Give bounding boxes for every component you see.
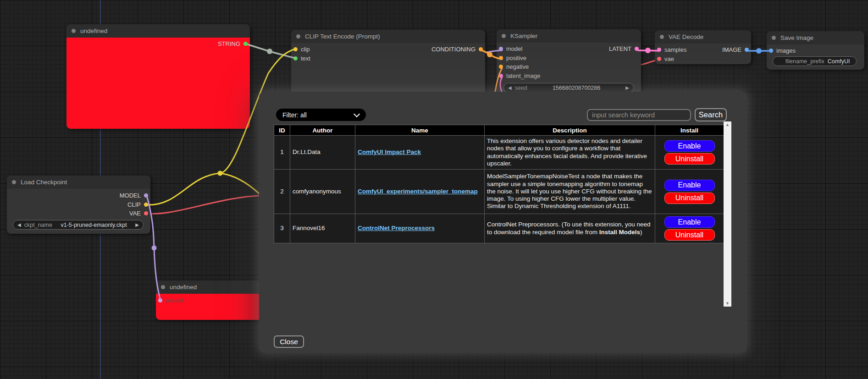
ckpt-name-widget[interactable]: ◀ ckpt_name v1-5-pruned-emaonly.ckpt ▶ <box>13 220 144 230</box>
table-scrollbar[interactable]: ▲ ▼ <box>724 121 731 307</box>
seed-decrement-arrow[interactable]: ◀ <box>508 86 512 90</box>
node-collapse-dot[interactable] <box>12 180 16 184</box>
extension-link[interactable]: ComfyUI Impact Pack <box>358 148 421 155</box>
reroute-dot-latent[interactable] <box>645 48 651 53</box>
output-label-vae: VAE <box>129 210 141 217</box>
node-collapse-dot[interactable] <box>72 29 76 33</box>
input-slot-images[interactable] <box>769 49 773 53</box>
node-save-image[interactable]: Save Image images filename_prefix ComfyU… <box>767 31 864 70</box>
node-ksampler[interactable]: KSampler model positive negative latent_… <box>497 29 641 94</box>
uninstall-button[interactable]: Uninstall <box>664 229 715 241</box>
header-install: Install <box>655 125 724 136</box>
node-collapse-dot[interactable] <box>161 285 165 289</box>
extension-table: ID Author Name Description Install 1 Dr.… <box>274 125 724 243</box>
cell-author: Dr.Lt.Data <box>290 136 355 170</box>
input-label-text: text <box>301 55 310 62</box>
output-slot-vae[interactable] <box>144 211 148 215</box>
input-slot-positive[interactable] <box>499 56 503 60</box>
input-label-images: images <box>776 47 796 54</box>
reroute-dot-image[interactable] <box>756 48 762 54</box>
enable-button[interactable]: Enable <box>664 140 715 152</box>
cell-author: comfyanonymous <box>290 170 355 214</box>
cell-install: Enable Uninstall <box>655 136 724 170</box>
cell-id: 1 <box>274 136 290 170</box>
filename-prefix-widget[interactable]: filename_prefix ComfyUI <box>773 56 857 66</box>
seed-widget[interactable]: ◀ seed 156680208700286 ▶ <box>503 83 634 93</box>
chevron-down-icon <box>354 110 360 117</box>
ckpt-name-value: v1-5-pruned-emaonly.ckpt <box>55 222 132 228</box>
node-title: CLIP Text Encode (Prompt) <box>305 33 380 40</box>
seed-widget-value: 156680208700286 <box>531 85 622 91</box>
search-button[interactable]: Search <box>695 108 727 121</box>
uninstall-button[interactable]: Uninstall <box>664 153 715 165</box>
input-slot-text[interactable] <box>293 56 298 60</box>
search-input[interactable] <box>587 109 691 121</box>
cell-id: 3 <box>274 214 290 243</box>
node-title: KSampler <box>510 33 537 39</box>
seed-increment-arrow[interactable]: ▶ <box>625 86 629 90</box>
cell-description: ModelSamplerTonemapNoiseTest a node that… <box>485 170 655 214</box>
node-collapse-dot[interactable] <box>772 36 776 40</box>
node-undefined-top[interactable]: undefined STRING <box>66 24 250 129</box>
ckpt-prev-arrow[interactable]: ◀ <box>17 223 21 227</box>
output-label-model: MODEL <box>120 192 141 199</box>
node-collapse-dot[interactable] <box>296 34 300 38</box>
node-collapse-dot[interactable] <box>660 35 664 39</box>
output-slot-clip[interactable] <box>144 203 148 207</box>
node-vae-decode[interactable]: VAE Decode samples vae IMAGE <box>655 30 751 64</box>
reroute-dot-clip[interactable] <box>218 171 223 176</box>
ckpt-name-label: ckpt_name <box>24 222 52 228</box>
cell-description: This extension offers various detector n… <box>485 136 655 170</box>
header-author: Author <box>290 125 355 136</box>
cell-description: ControlNet Preprocessors. (To use this e… <box>485 214 655 243</box>
input-label-vae: vae <box>664 55 674 62</box>
cell-author: Fannovel16 <box>290 214 355 243</box>
table-row: 2 comfyanonymous ComfyUI_experiments/sam… <box>274 170 724 214</box>
uninstall-button[interactable]: Uninstall <box>664 192 715 204</box>
input-label-latent-image: latent_image <box>506 72 540 79</box>
output-label-image: IMAGE <box>722 46 741 53</box>
extension-link[interactable]: ControlNet Preprocessors <box>358 225 435 231</box>
cell-id: 2 <box>274 170 290 214</box>
scroll-up-icon[interactable]: ▲ <box>725 121 730 128</box>
reroute-dot-string[interactable] <box>267 49 272 54</box>
extension-manager-dialog: Filter: all Search ID Author Name Descri… <box>259 92 746 353</box>
header-description: Description <box>485 125 655 136</box>
input-slot-latent-image[interactable] <box>499 74 503 78</box>
cell-install: Enable Uninstall <box>655 214 724 243</box>
enable-button[interactable]: Enable <box>664 216 715 228</box>
table-header-row: ID Author Name Description Install <box>274 125 724 136</box>
scroll-down-icon[interactable]: ▼ <box>725 300 730 307</box>
input-slot-model[interactable] <box>158 298 162 302</box>
output-slot-conditioning[interactable] <box>479 47 483 51</box>
node-load-checkpoint[interactable]: Load Checkpoint MODEL CLIP VAE ◀ ckpt_na… <box>7 176 150 234</box>
seed-widget-label: seed <box>515 85 527 91</box>
reroute-dot-model[interactable] <box>152 246 157 251</box>
reroute-dot-conditioning[interactable] <box>487 52 492 57</box>
input-slot-vae[interactable] <box>657 57 661 61</box>
output-label-latent: LATENT <box>609 45 631 52</box>
output-slot-image[interactable] <box>745 48 749 52</box>
filename-prefix-value: ComfyUI <box>828 58 853 65</box>
input-label-negative: negative <box>506 63 529 70</box>
node-title: undefined <box>80 27 107 34</box>
node-collapse-dot[interactable] <box>502 34 506 38</box>
header-id: ID <box>274 125 290 136</box>
enable-button[interactable]: Enable <box>664 180 715 191</box>
node-title: VAE Decode <box>669 33 703 40</box>
wire-string-to-text <box>248 44 295 58</box>
extension-link[interactable]: ComfyUI_experiments/sampler_tonemap <box>358 188 478 195</box>
ckpt-next-arrow[interactable]: ▶ <box>135 223 139 227</box>
node-title: undefined <box>170 284 197 291</box>
filter-select-value: Filter: all <box>276 111 354 119</box>
output-slot-latent[interactable] <box>635 47 639 51</box>
wire-clip-branch-hidden <box>220 173 264 198</box>
output-slot-string[interactable] <box>243 42 248 46</box>
input-slot-negative[interactable] <box>499 65 503 69</box>
node-clip-text-encode[interactable]: CLIP Text Encode (Prompt) clip text COND… <box>291 30 485 99</box>
output-slot-model[interactable] <box>144 193 148 198</box>
filter-select[interactable]: Filter: all <box>276 109 366 121</box>
filename-prefix-label: filename_prefix <box>777 58 824 65</box>
close-button[interactable]: Close <box>274 335 304 348</box>
cell-name: ComfyUI_experiments/sampler_tonemap <box>355 170 485 214</box>
